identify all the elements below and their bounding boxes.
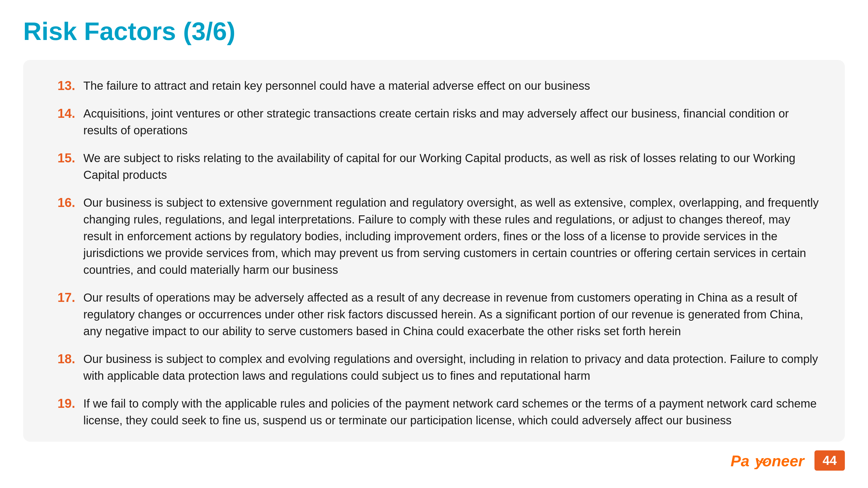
footer: Pa y oneer 44: [23, 450, 845, 470]
list-item: 17.Our results of operations may be adve…: [46, 289, 822, 339]
item-text: We are subject to risks relating to the …: [83, 150, 822, 183]
item-number: 13.: [46, 77, 75, 94]
item-text: Our business is subject to extensive gov…: [83, 194, 822, 278]
item-number: 19.: [46, 395, 75, 411]
item-number: 20.: [46, 440, 75, 442]
list-item: 14.Acquisitions, joint ventures or other…: [46, 105, 822, 139]
item-text: Our results of operations may be adverse…: [83, 289, 822, 339]
list-item: 20.Our results of operations may be adve…: [46, 440, 822, 442]
svg-text:Pa: Pa: [731, 452, 749, 469]
list-item: 19.If we fail to comply with the applica…: [46, 395, 822, 429]
risk-list: 13.The failure to attract and retain key…: [46, 77, 822, 442]
payoneer-logo: Pa y oneer 44: [731, 450, 845, 470]
page-number-box: 44: [814, 450, 845, 470]
item-number: 14.: [46, 105, 75, 122]
item-text: The failure to attract and retain key pe…: [83, 77, 822, 94]
list-item: 16.Our business is subject to extensive …: [46, 194, 822, 278]
item-number: 15.: [46, 150, 75, 166]
item-number: 17.: [46, 289, 75, 306]
item-number: 18.: [46, 350, 75, 367]
item-text: Our results of operations may be adverse…: [83, 440, 822, 442]
list-item: 13.The failure to attract and retain key…: [46, 77, 822, 94]
item-text: If we fail to comply with the applicable…: [83, 395, 822, 429]
svg-text:oneer: oneer: [762, 452, 805, 469]
list-item: 15.We are subject to risks relating to t…: [46, 150, 822, 183]
item-number: 16.: [46, 194, 75, 211]
list-item: 18.Our business is subject to complex an…: [46, 350, 822, 384]
page-title: Risk Factors (3/6): [23, 18, 845, 45]
item-text: Acquisitions, joint ventures or other st…: [83, 105, 822, 139]
payoneer-logo-svg: Pa y oneer: [731, 452, 810, 469]
item-text: Our business is subject to complex and e…: [83, 350, 822, 384]
content-card: 13.The failure to attract and retain key…: [23, 60, 845, 442]
page-container: Risk Factors (3/6) 13.The failure to att…: [0, 0, 868, 488]
